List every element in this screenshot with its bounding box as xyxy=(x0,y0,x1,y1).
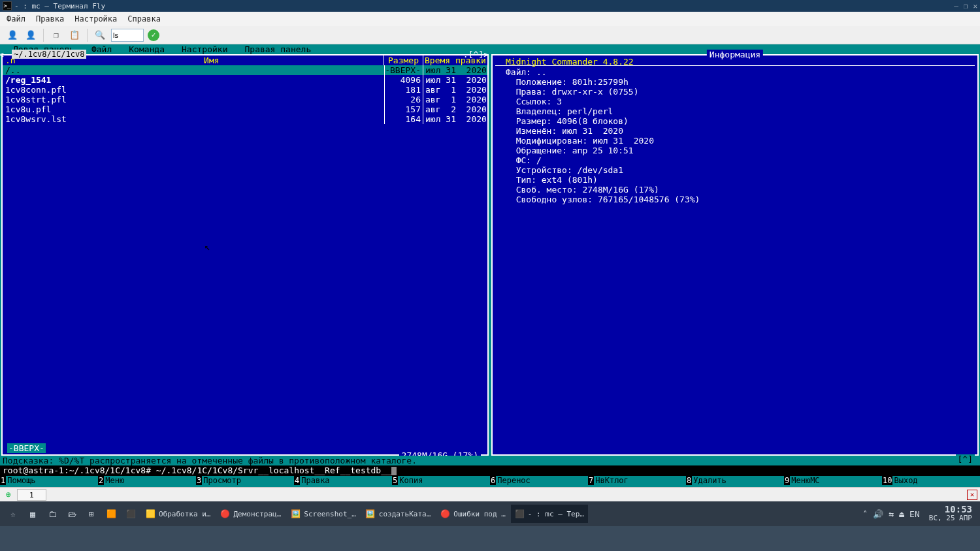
tray-clock[interactable]: 10:53 ВС, 25 АПР xyxy=(925,505,976,522)
taskbar-item[interactable]: 🔴Ошибки под … xyxy=(436,505,509,523)
tray-usb-icon[interactable]: ⏏ xyxy=(899,509,904,519)
terminal-icon: >_ xyxy=(3,1,12,10)
app-menubar: Файл Правка Настройка Справка xyxy=(0,12,980,26)
mc-menu-file[interactable]: Файл xyxy=(91,44,112,54)
function-key-bar: 1Помощь2Меню3Просмотр4Правка5Копия6Перен… xyxy=(0,475,980,485)
file-size: 181 xyxy=(384,85,423,95)
shell-prompt: root@astra-1:~/.1cv8/1C/1cv8# ~/.1cv8/1C… xyxy=(3,465,397,475)
fkey-9[interactable]: 9МенюMC xyxy=(784,475,882,485)
mc-menubar: Левая панель Файл Команда Настройки Прав… xyxy=(0,44,980,54)
file-name: 1cv8wsrv.lst xyxy=(3,114,384,124)
tray-language[interactable]: EN xyxy=(909,509,920,519)
terminal-tab-1[interactable]: 1 xyxy=(17,489,46,501)
left-panel-path[interactable]: ~/.1cv8/1C/1cv8 xyxy=(12,50,86,59)
system-tray: ˄ 🔊 ⇆ ⏏ EN 10:53 ВС, 25 АПР xyxy=(863,505,976,522)
right-panel: Информация Midnight Commander 4.8.22 Фай… xyxy=(491,54,979,456)
fkey-1[interactable]: 1Помощь xyxy=(0,475,98,485)
taskbar-item[interactable]: 🟨Обработка и… xyxy=(141,505,214,523)
close-tab-button[interactable]: ✕ xyxy=(967,490,977,500)
files-icon[interactable]: 🗀 xyxy=(43,505,61,523)
folders-icon[interactable]: 🗁 xyxy=(63,505,81,523)
file-name: /reg_1541 xyxy=(3,75,384,85)
taskbar-item[interactable]: 🖼️Screenshot_… xyxy=(286,505,359,523)
start-menu-icon[interactable]: ☆ xyxy=(4,505,22,523)
tray-chevron-icon[interactable]: ˄ xyxy=(863,509,868,519)
workspaces-icon[interactable]: ▦ xyxy=(24,505,42,523)
maximize-button[interactable]: ❐ xyxy=(964,2,968,10)
tray-volume-icon[interactable]: 🔊 xyxy=(873,509,883,519)
file-date: июл 31 2020 xyxy=(423,114,487,124)
menu-edit[interactable]: Правка xyxy=(36,14,64,24)
terminal-area: ↖ Левая панель Файл Команда Настройки Пр… xyxy=(0,44,980,487)
file-name: 1cv8strt.pfl xyxy=(3,95,384,104)
table-row[interactable]: /..-ВВЕРХ-июл 31 2020 xyxy=(3,65,487,75)
fkey-4[interactable]: 4Правка xyxy=(294,475,392,485)
table-row[interactable]: 1cv8conn.pfl181авг 1 2020 xyxy=(3,85,487,95)
copy-icon[interactable]: ❐ xyxy=(49,28,63,42)
new-tab-icon[interactable]: ⊕ xyxy=(3,489,14,501)
table-row[interactable]: 1cv8strt.pfl26авг 1 2020 xyxy=(3,95,487,104)
file-date: июл 31 2020 xyxy=(423,65,487,75)
fkey-8[interactable]: 8Удалить xyxy=(686,475,784,485)
window-titlebar: >_ - : mc — Терминал Fly — ❐ ✕ xyxy=(0,0,980,12)
taskbar-item[interactable]: 🔴Демонстрац… xyxy=(216,505,285,523)
user-green-icon[interactable]: 👤 xyxy=(5,28,20,42)
tray-network-icon[interactable]: ⇆ xyxy=(889,509,894,519)
left-panel: <- ~/.1cv8/1C/1cv8 .[^]> .n Имя Размер В… xyxy=(1,54,489,456)
taskbar-item[interactable]: ⬛ xyxy=(122,505,140,523)
user-orange-icon[interactable]: 👤 xyxy=(24,28,38,42)
fkey-10[interactable]: 10Выход xyxy=(882,475,980,485)
header-size[interactable]: Размер xyxy=(384,55,423,65)
mc-menu-right[interactable]: Правая панель xyxy=(244,44,311,54)
run-button[interactable]: ✓ xyxy=(148,29,159,41)
command-input[interactable] xyxy=(111,29,144,42)
text-cursor xyxy=(391,467,397,475)
panel-back-arrow[interactable]: <- xyxy=(0,50,9,59)
command-area: Подсказка: %D/%T распространяется на отм… xyxy=(0,456,980,475)
taskbar-item[interactable]: 🖼️создатьКата… xyxy=(361,505,434,523)
paste-icon[interactable]: 📋 xyxy=(67,28,82,42)
file-name: 1cv8conn.pfl xyxy=(3,85,384,95)
fkey-2[interactable]: 2Меню xyxy=(98,475,196,485)
fkey-3[interactable]: 3Просмотр xyxy=(196,475,294,485)
search-icon[interactable]: 🔍 xyxy=(93,28,107,42)
file-date: авг 2 2020 xyxy=(423,104,487,114)
panel-footer-status: -ВВЕРХ- xyxy=(7,443,46,453)
file-size: 4096 xyxy=(384,75,423,85)
menu-file[interactable]: Файл xyxy=(7,14,25,24)
menu-settings[interactable]: Настройка xyxy=(74,14,117,24)
table-row[interactable]: 1cv8wsrv.lst164июл 31 2020 xyxy=(3,114,487,124)
table-row[interactable]: 1cv8u.pfl157авг 2 2020 xyxy=(3,104,487,114)
file-size: 164 xyxy=(384,114,423,124)
close-button[interactable]: ✕ xyxy=(973,2,977,10)
fkey-7[interactable]: 7НвКтлог xyxy=(588,475,686,485)
file-info-block: Файл: .. Положение: 801h:25799h Права: d… xyxy=(493,66,977,206)
fkey-5[interactable]: 5Копия xyxy=(392,475,490,485)
shell-input[interactable]: ~/.1cv8/1C/1Cv8/Srvr__localhost__Ref__te… xyxy=(156,465,391,475)
header-name[interactable]: Имя xyxy=(40,55,384,65)
file-date: авг 1 2020 xyxy=(423,85,487,95)
desktops-icon[interactable]: ⊞ xyxy=(82,505,101,523)
right-panel-title: Информация xyxy=(707,50,763,59)
file-date: авг 1 2020 xyxy=(423,95,487,104)
app-toolbar: 👤 👤 ❐ 📋 🔍 ✓ xyxy=(0,26,980,44)
panel-up-arrow[interactable]: .[^]> xyxy=(463,50,489,59)
file-name: 1cv8u.pfl xyxy=(3,104,384,114)
table-row[interactable]: /reg_15414096июл 31 2020 xyxy=(3,75,487,85)
file-name: /.. xyxy=(3,65,384,75)
window-title: - : mc — Терминал Fly xyxy=(14,2,105,10)
file-date: июл 31 2020 xyxy=(423,75,487,85)
terminal-tabbar: ⊕ 1 ✕ xyxy=(0,487,980,501)
file-size: 26 xyxy=(384,95,423,104)
taskbar-item[interactable]: ⬛- : mc — Тер… xyxy=(511,505,588,523)
minimize-button[interactable]: — xyxy=(954,2,958,10)
fkey-6[interactable]: 6Перенос xyxy=(490,475,588,485)
mc-menu-command[interactable]: Команда xyxy=(129,44,165,54)
file-size: -ВВЕРХ- xyxy=(384,65,423,75)
mc-menu-settings[interactable]: Настройки xyxy=(182,44,227,54)
file-size: 157 xyxy=(384,104,423,114)
layout-indicator: [^] xyxy=(956,454,975,464)
menu-help[interactable]: Справка xyxy=(127,14,161,24)
file-list: /..-ВВЕРХ-июл 31 2020/reg_15414096июл 31… xyxy=(3,65,487,124)
taskbar-item[interactable]: 🟧 xyxy=(102,505,120,523)
